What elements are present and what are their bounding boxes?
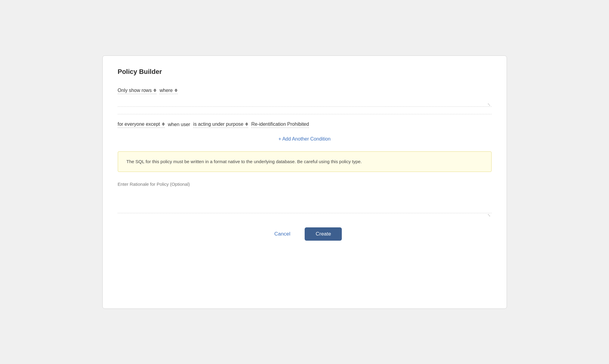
resize-handle-icon: ⤡ xyxy=(487,102,491,106)
is-acting-under-purpose-select[interactable]: is acting under purpose xyxy=(193,122,248,128)
only-show-rows-select[interactable]: Only show rows xyxy=(118,88,157,94)
arrow-up-icon-4 xyxy=(245,122,248,124)
where-label: where xyxy=(159,88,173,93)
access-condition-line: for everyone except when user is acting … xyxy=(118,122,492,128)
when-user-label: when user xyxy=(168,122,190,127)
rationale-section: ⤡ xyxy=(118,180,492,217)
arrow-down-icon-3 xyxy=(162,124,165,126)
row-filter-section: Only show rows where start_node>=1000 ⤡ xyxy=(118,88,492,107)
arrow-up-icon-2 xyxy=(175,89,178,90)
sql-input-wrapper: start_node>=1000 ⤡ xyxy=(118,94,492,107)
rationale-resize-handle-icon: ⤡ xyxy=(487,213,491,217)
is-acting-under-purpose-arrows[interactable] xyxy=(245,122,248,126)
section-divider-1 xyxy=(118,114,492,114)
access-condition-section: for everyone except when user is acting … xyxy=(118,122,492,128)
only-show-rows-arrows[interactable] xyxy=(153,89,156,92)
cancel-button[interactable]: Cancel xyxy=(267,228,298,240)
arrow-up-icon xyxy=(153,89,156,90)
for-everyone-except-select[interactable]: for everyone except xyxy=(118,122,165,128)
where-arrows[interactable] xyxy=(175,89,178,92)
rationale-textarea[interactable] xyxy=(118,180,492,210)
for-everyone-except-label: for everyone except xyxy=(118,122,160,127)
is-acting-under-purpose-label: is acting under purpose xyxy=(193,122,243,127)
create-button[interactable]: Create xyxy=(305,227,342,241)
arrow-down-icon xyxy=(153,90,156,92)
purpose-value: Re-identification Prohibited xyxy=(251,122,309,128)
warning-text: The SQL for this policy must be written … xyxy=(127,158,483,165)
arrow-up-icon-3 xyxy=(162,122,165,124)
page-title: Policy Builder xyxy=(118,68,492,76)
where-select[interactable]: where xyxy=(159,88,178,94)
add-another-condition-button[interactable]: + Add Another Condition xyxy=(118,134,492,144)
row-filter-condition-line: Only show rows where xyxy=(118,88,492,94)
warning-box: The SQL for this policy must be written … xyxy=(118,151,492,172)
arrow-down-icon-2 xyxy=(175,90,178,92)
arrow-down-icon-4 xyxy=(245,124,248,126)
only-show-rows-label: Only show rows xyxy=(118,88,152,93)
for-everyone-except-arrows[interactable] xyxy=(162,122,165,126)
sql-condition-input[interactable]: start_node>=1000 xyxy=(118,97,492,104)
footer-buttons: Cancel Create xyxy=(118,227,492,241)
modal-container: Policy Builder Only show rows where s xyxy=(102,55,507,309)
